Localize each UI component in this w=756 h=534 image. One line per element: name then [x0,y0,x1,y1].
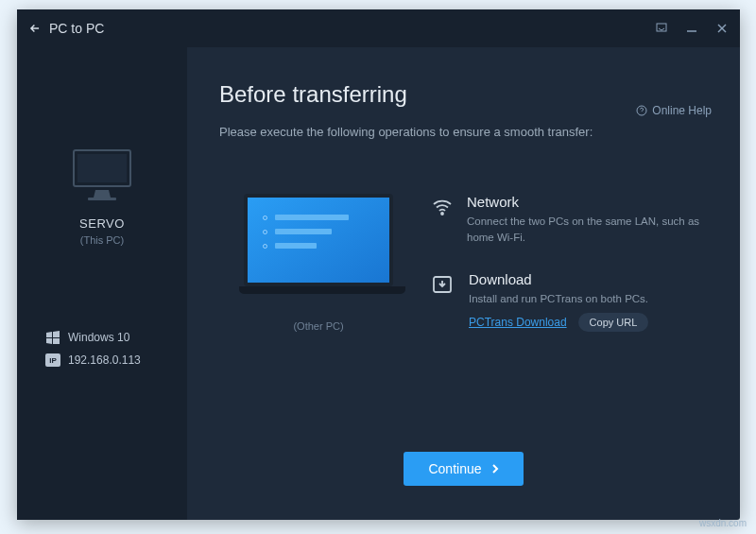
watermark: wsxdn.com [699,518,747,528]
windows-icon [45,331,60,344]
copy-url-button[interactable]: Copy URL [578,313,649,332]
help-label: Online Help [652,104,712,117]
laptop-label: (Other PC) [293,320,343,332]
window-controls [655,22,729,35]
os-info: Windows 10 [45,331,187,344]
close-button[interactable] [715,22,729,35]
continue-label: Continue [428,461,481,476]
ip-label: 192.168.0.113 [68,353,141,367]
titlebar: PC to PC [17,9,740,47]
laptop-illustration [239,194,398,300]
svg-point-8 [441,213,443,215]
monitor-icon [69,146,135,203]
continue-button[interactable]: Continue [404,452,523,486]
main-panel: Before transferring Please execute the f… [187,47,740,520]
page-title: Before transferring [219,81,708,108]
pctrans-download-link[interactable]: PCTrans Download [469,316,567,329]
sidebar: SERVO (This PC) Windows 10 IP 192.168.0.… [17,47,187,520]
app-window: PC to PC SERVO (This PC) [17,9,740,520]
dropdown-button[interactable] [655,22,668,35]
network-desc: Connect the two PCs on the same LAN, suc… [467,214,708,247]
svg-rect-5 [77,154,127,182]
download-desc: Install and run PCTrans on both PCs. [469,291,648,307]
help-icon [636,105,647,116]
download-icon [431,271,455,332]
wifi-icon [431,194,454,247]
back-arrow-icon [28,22,42,35]
pc-name: SERVO [79,216,125,231]
minimize-button[interactable] [685,22,698,35]
title-text: PC to PC [49,21,104,36]
download-section: Download Install and run PCTrans on both… [431,271,708,332]
back-button[interactable]: PC to PC [28,21,104,36]
network-title: Network [467,194,708,210]
os-label: Windows 10 [68,331,129,344]
download-title: Download [469,271,648,287]
ip-info: IP 192.168.0.113 [45,353,187,367]
ip-icon: IP [45,353,60,367]
network-section: Network Connect the two PCs on the same … [431,194,708,247]
svg-rect-6 [88,198,116,200]
pc-sublabel: (This PC) [80,234,124,246]
chevron-right-icon [491,463,499,474]
online-help-link[interactable]: Online Help [636,104,712,117]
page-subtitle: Please execute the following operations … [219,125,708,139]
